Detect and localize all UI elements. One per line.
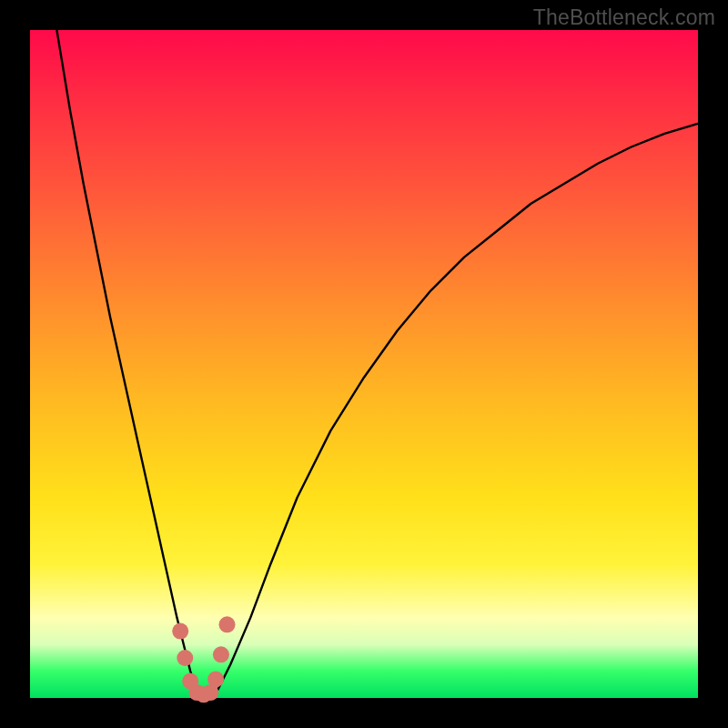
chart-svg [30,30,698,698]
highlight-dot [219,616,236,632]
highlight-dot [213,646,229,662]
highlight-dots [172,616,235,703]
highlight-dot [207,671,224,687]
highlight-dot [177,650,193,666]
bottleneck-curve [56,30,698,698]
highlight-dot [172,623,188,640]
chart-frame: TheBottleneck.com [0,0,728,728]
watermark-text: TheBottleneck.com [533,5,715,30]
chart-plot-area [30,30,698,698]
